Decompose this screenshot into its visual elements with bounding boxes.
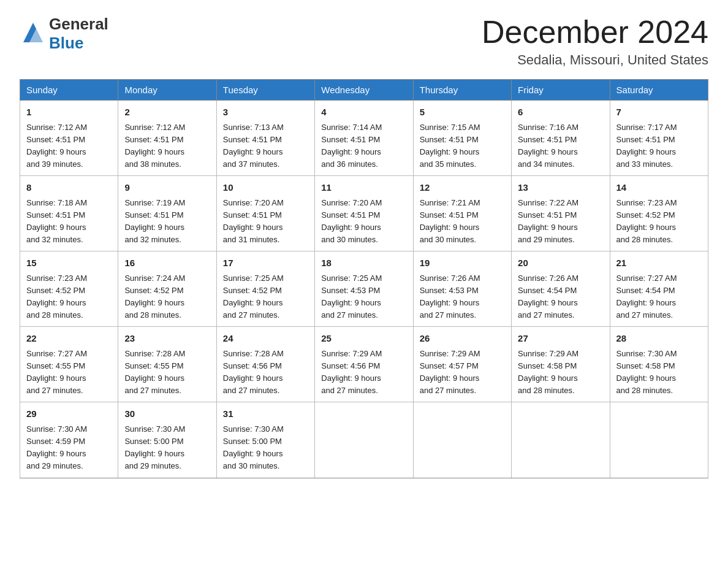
day-info: Sunrise: 7:29 AMSunset: 4:58 PMDaylight:… [518,349,578,395]
table-row: 26 Sunrise: 7:29 AMSunset: 4:57 PMDaylig… [413,327,511,402]
table-row: 24 Sunrise: 7:28 AMSunset: 4:56 PMDaylig… [216,327,314,402]
col-header-sunday: Sunday [20,80,118,101]
logo: General Blue [20,15,108,53]
day-number: 31 [223,407,308,421]
table-row: 31 Sunrise: 7:30 AMSunset: 5:00 PMDaylig… [216,402,314,478]
logo-blue-text: Blue [49,34,83,52]
day-number: 23 [124,332,210,346]
day-info: Sunrise: 7:30 AMSunset: 5:00 PMDaylight:… [124,424,185,470]
day-info: Sunrise: 7:20 AMSunset: 4:51 PMDaylight:… [223,198,284,244]
table-row: 5 Sunrise: 7:15 AMSunset: 4:51 PMDayligh… [413,101,511,176]
logo-area: General Blue [20,15,108,53]
day-info: Sunrise: 7:26 AMSunset: 4:54 PMDaylight:… [518,274,578,320]
table-row: 19 Sunrise: 7:26 AMSunset: 4:53 PMDaylig… [413,251,511,327]
day-info: Sunrise: 7:25 AMSunset: 4:52 PMDaylight:… [223,274,284,320]
day-number: 15 [26,256,112,270]
day-info: Sunrise: 7:12 AMSunset: 4:51 PMDaylight:… [26,123,87,169]
table-row: 6 Sunrise: 7:16 AMSunset: 4:51 PMDayligh… [512,101,610,176]
day-info: Sunrise: 7:21 AMSunset: 4:51 PMDaylight:… [420,198,480,244]
day-info: Sunrise: 7:27 AMSunset: 4:54 PMDaylight:… [616,274,677,320]
day-info: Sunrise: 7:19 AMSunset: 4:51 PMDaylight:… [124,198,185,244]
calendar-week-row: 15 Sunrise: 7:23 AMSunset: 4:52 PMDaylig… [20,251,708,327]
day-number: 5 [420,105,505,120]
calendar-week-row: 8 Sunrise: 7:18 AMSunset: 4:51 PMDayligh… [20,176,708,251]
table-row [610,402,708,478]
day-number: 25 [321,332,406,346]
day-info: Sunrise: 7:23 AMSunset: 4:52 PMDaylight:… [616,198,677,244]
day-number: 7 [616,105,702,120]
day-number: 27 [518,332,603,346]
table-row: 9 Sunrise: 7:19 AMSunset: 4:51 PMDayligh… [118,176,216,251]
day-number: 12 [420,181,505,195]
day-number: 16 [124,256,210,270]
day-info: Sunrise: 7:13 AMSunset: 4:51 PMDaylight:… [223,123,284,169]
day-number: 26 [420,332,505,346]
day-number: 28 [616,332,702,346]
day-info: Sunrise: 7:24 AMSunset: 4:52 PMDaylight:… [124,274,185,320]
calendar-table: Sunday Monday Tuesday Wednesday Thursday… [20,79,708,478]
col-header-friday: Friday [512,80,610,101]
table-row: 12 Sunrise: 7:21 AMSunset: 4:51 PMDaylig… [413,176,511,251]
table-row: 10 Sunrise: 7:20 AMSunset: 4:51 PMDaylig… [216,176,314,251]
table-row: 20 Sunrise: 7:26 AMSunset: 4:54 PMDaylig… [512,251,610,327]
table-row: 3 Sunrise: 7:13 AMSunset: 4:51 PMDayligh… [216,101,314,176]
logo-icon [20,19,47,48]
day-number: 17 [223,256,308,270]
table-row: 7 Sunrise: 7:17 AMSunset: 4:51 PMDayligh… [610,101,708,176]
day-number: 3 [223,105,308,120]
day-info: Sunrise: 7:30 AMSunset: 5:00 PMDaylight:… [223,424,284,470]
table-row: 4 Sunrise: 7:14 AMSunset: 4:51 PMDayligh… [315,101,413,176]
day-number: 10 [223,181,308,195]
table-row: 16 Sunrise: 7:24 AMSunset: 4:52 PMDaylig… [118,251,216,327]
col-header-wednesday: Wednesday [315,80,413,101]
day-number: 20 [518,256,603,270]
day-number: 2 [124,105,210,120]
day-info: Sunrise: 7:29 AMSunset: 4:56 PMDaylight:… [321,349,382,395]
day-number: 8 [26,181,112,195]
month-year-title: December 2024 [482,15,708,50]
day-info: Sunrise: 7:15 AMSunset: 4:51 PMDaylight:… [420,123,480,169]
table-row: 11 Sunrise: 7:20 AMSunset: 4:51 PMDaylig… [315,176,413,251]
table-row: 22 Sunrise: 7:27 AMSunset: 4:55 PMDaylig… [20,327,118,402]
day-number: 19 [420,256,505,270]
table-row: 27 Sunrise: 7:29 AMSunset: 4:58 PMDaylig… [512,327,610,402]
day-number: 1 [26,105,112,120]
logo-general-text: General [49,15,108,33]
table-row [512,402,610,478]
day-info: Sunrise: 7:12 AMSunset: 4:51 PMDaylight:… [124,123,185,169]
day-number: 11 [321,181,406,195]
header: General Blue December 2024 Sedalia, Miss… [20,15,708,68]
day-info: Sunrise: 7:26 AMSunset: 4:53 PMDaylight:… [420,274,480,320]
day-number: 6 [518,105,603,120]
day-info: Sunrise: 7:27 AMSunset: 4:55 PMDaylight:… [26,349,87,395]
col-header-thursday: Thursday [413,80,511,101]
calendar-header-row: Sunday Monday Tuesday Wednesday Thursday… [20,80,708,101]
table-row [413,402,511,478]
day-info: Sunrise: 7:22 AMSunset: 4:51 PMDaylight:… [518,198,578,244]
day-info: Sunrise: 7:16 AMSunset: 4:51 PMDaylight:… [518,123,578,169]
day-number: 29 [26,407,112,421]
day-info: Sunrise: 7:14 AMSunset: 4:51 PMDaylight:… [321,123,382,169]
col-header-saturday: Saturday [610,80,708,101]
day-number: 21 [616,256,702,270]
day-info: Sunrise: 7:20 AMSunset: 4:51 PMDaylight:… [321,198,382,244]
day-info: Sunrise: 7:30 AMSunset: 4:58 PMDaylight:… [616,349,677,395]
day-info: Sunrise: 7:23 AMSunset: 4:52 PMDaylight:… [26,274,87,320]
table-row: 13 Sunrise: 7:22 AMSunset: 4:51 PMDaylig… [512,176,610,251]
table-row: 2 Sunrise: 7:12 AMSunset: 4:51 PMDayligh… [118,101,216,176]
day-number: 30 [124,407,210,421]
table-row: 23 Sunrise: 7:28 AMSunset: 4:55 PMDaylig… [118,327,216,402]
calendar-week-row: 22 Sunrise: 7:27 AMSunset: 4:55 PMDaylig… [20,327,708,402]
day-info: Sunrise: 7:28 AMSunset: 4:55 PMDaylight:… [124,349,185,395]
day-number: 4 [321,105,406,120]
table-row: 30 Sunrise: 7:30 AMSunset: 5:00 PMDaylig… [118,402,216,478]
col-header-tuesday: Tuesday [216,80,314,101]
title-area: December 2024 Sedalia, Missouri, United … [482,15,708,68]
table-row: 29 Sunrise: 7:30 AMSunset: 4:59 PMDaylig… [20,402,118,478]
table-row: 21 Sunrise: 7:27 AMSunset: 4:54 PMDaylig… [610,251,708,327]
table-row: 28 Sunrise: 7:30 AMSunset: 4:58 PMDaylig… [610,327,708,402]
day-info: Sunrise: 7:17 AMSunset: 4:51 PMDaylight:… [616,123,677,169]
table-row: 15 Sunrise: 7:23 AMSunset: 4:52 PMDaylig… [20,251,118,327]
col-header-monday: Monday [118,80,216,101]
day-number: 14 [616,181,702,195]
